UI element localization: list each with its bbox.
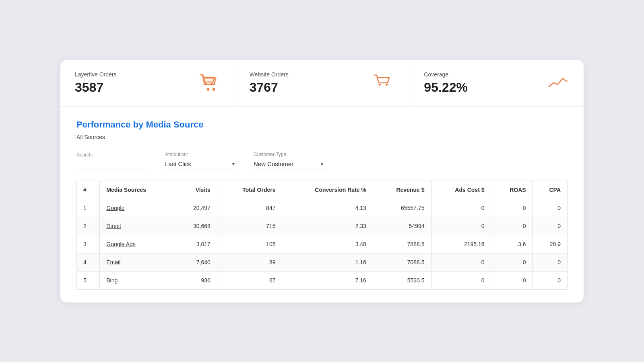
website-orders-value: 3767 xyxy=(250,80,289,95)
search-label: Search: xyxy=(76,152,149,158)
customer-type-select-wrapper: New Customer Returning Customer All ▼ xyxy=(254,159,326,169)
cell-revenue: 54994 xyxy=(373,217,431,235)
svg-point-1 xyxy=(212,88,215,91)
table-row: 4Email7,640891.167088.5000 xyxy=(77,253,568,271)
col-visits: Visits xyxy=(174,181,217,199)
cart-icon-layerfive xyxy=(199,74,220,92)
cell-conversion-rate: 2.33 xyxy=(282,217,373,235)
section-title: Performance by Media Source xyxy=(76,119,568,130)
cell-roas: 0 xyxy=(491,217,533,235)
customer-type-select[interactable]: New Customer Returning Customer All xyxy=(254,159,326,169)
layerfive-orders-value: 3587 xyxy=(75,80,116,95)
cell-revenue: 7088.5 xyxy=(373,253,431,271)
metric-website-orders: Website Orders 3767 xyxy=(235,60,410,106)
cell-ads-cost: 0 xyxy=(431,199,491,217)
website-orders-label: Website Orders xyxy=(250,71,289,78)
filter-row: Search: Attribution: Last Click First Cl… xyxy=(76,152,568,169)
col-media-sources: Media Sources xyxy=(100,181,174,199)
table-body: 1Google20,4978474.1365557.750002Direct30… xyxy=(77,199,568,289)
customer-type-label: Customer Type: xyxy=(254,152,326,157)
cell-visits: 20,497 xyxy=(174,199,217,217)
col-cpa: CPA xyxy=(533,181,567,199)
cell-revenue: 65557.75 xyxy=(373,199,431,217)
performance-table: # Media Sources Visits Total Orders Conv… xyxy=(76,181,568,290)
svg-point-2 xyxy=(204,83,206,85)
attribution-label: Attribution: xyxy=(165,152,237,157)
svg-point-0 xyxy=(206,88,209,91)
cell-num: 4 xyxy=(77,253,100,271)
coverage-label: Coverage xyxy=(424,71,468,78)
media-source-link[interactable]: Direct xyxy=(106,223,121,229)
cell-visits: 936 xyxy=(174,271,217,289)
table-row: 1Google20,4978474.1365557.75000 xyxy=(77,199,568,217)
performance-section: Performance by Media Source All Sources … xyxy=(60,107,584,302)
section-subtitle: All Sources xyxy=(76,134,568,140)
cell-total-orders: 105 xyxy=(217,235,282,253)
metrics-row: Layerfive Orders 3587 Website Orders 376… xyxy=(60,60,584,107)
media-source-link[interactable]: Bing xyxy=(106,277,118,284)
cell-cpa: 20.9 xyxy=(533,235,567,253)
table-header: # Media Sources Visits Total Orders Conv… xyxy=(77,181,568,199)
cell-roas: 3.6 xyxy=(491,235,533,253)
cell-ads-cost: 2195.16 xyxy=(431,235,491,253)
table-row: 5Bing936677.165520.5000 xyxy=(77,271,568,289)
table-row: 2Direct30,6687152.3354994000 xyxy=(77,217,568,235)
cell-total-orders: 67 xyxy=(217,271,282,289)
cell-ads-cost: 0 xyxy=(431,271,491,289)
cell-total-orders: 715 xyxy=(217,217,282,235)
search-group: Search: xyxy=(76,152,149,169)
cell-visits: 3,017 xyxy=(174,235,217,253)
svg-point-4 xyxy=(379,84,381,86)
cell-revenue: 5520.5 xyxy=(373,271,431,289)
metric-text-coverage: Coverage 95.22% xyxy=(424,71,468,95)
cell-roas: 0 xyxy=(491,253,533,271)
cell-ads-cost: 0 xyxy=(431,217,491,235)
cell-conversion-rate: 4.13 xyxy=(282,199,373,217)
col-conversion-rate: Conversion Rate % xyxy=(282,181,373,199)
cell-cpa: 0 xyxy=(533,271,567,289)
col-num: # xyxy=(77,181,100,199)
cell-cpa: 0 xyxy=(533,217,567,235)
cell-media-source: Email xyxy=(100,253,174,271)
trend-icon xyxy=(548,74,569,92)
cart-icon-website xyxy=(374,74,394,92)
cell-visits: 7,640 xyxy=(174,253,217,271)
cell-visits: 30,668 xyxy=(174,217,217,235)
cell-num: 2 xyxy=(77,217,100,235)
table-row: 3Google Ads3,0171053.487888.52195.163.62… xyxy=(77,235,568,253)
col-revenue: Revenue $ xyxy=(373,181,431,199)
cell-media-source: Bing xyxy=(100,271,174,289)
cell-cpa: 0 xyxy=(533,253,567,271)
cell-num: 3 xyxy=(77,235,100,253)
cell-total-orders: 89 xyxy=(217,253,282,271)
cell-conversion-rate: 1.16 xyxy=(282,253,373,271)
col-total-orders: Total Orders xyxy=(217,181,282,199)
main-card: Layerfive Orders 3587 Website Orders 376… xyxy=(60,60,584,302)
metric-text-website: Website Orders 3767 xyxy=(250,71,289,95)
attribution-select[interactable]: Last Click First Click Linear xyxy=(165,159,237,169)
media-source-link[interactable]: Google Ads xyxy=(106,241,135,247)
cell-conversion-rate: 7.16 xyxy=(282,271,373,289)
col-ads-cost: Ads Cost $ xyxy=(431,181,491,199)
svg-point-3 xyxy=(211,83,213,85)
search-input[interactable] xyxy=(76,159,149,169)
cell-total-orders: 847 xyxy=(217,199,282,217)
metric-coverage: Coverage 95.22% xyxy=(409,60,584,106)
cell-roas: 0 xyxy=(491,199,533,217)
customer-type-group: Customer Type: New Customer Returning Cu… xyxy=(254,152,326,169)
media-source-link[interactable]: Google xyxy=(106,205,124,211)
metric-text: Layerfive Orders 3587 xyxy=(75,71,116,95)
media-source-link[interactable]: Email xyxy=(106,259,120,265)
cell-conversion-rate: 3.48 xyxy=(282,235,373,253)
attribution-select-wrapper: Last Click First Click Linear ▼ xyxy=(165,159,237,169)
cell-media-source: Google Ads xyxy=(100,235,174,253)
cell-num: 5 xyxy=(77,271,100,289)
cell-num: 1 xyxy=(77,199,100,217)
coverage-value: 95.22% xyxy=(424,80,468,95)
col-roas: ROAS xyxy=(491,181,533,199)
cell-media-source: Google xyxy=(100,199,174,217)
cell-revenue: 7888.5 xyxy=(373,235,431,253)
cell-cpa: 0 xyxy=(533,199,567,217)
layerfive-orders-label: Layerfive Orders xyxy=(75,71,116,78)
table-header-row: # Media Sources Visits Total Orders Conv… xyxy=(77,181,568,199)
